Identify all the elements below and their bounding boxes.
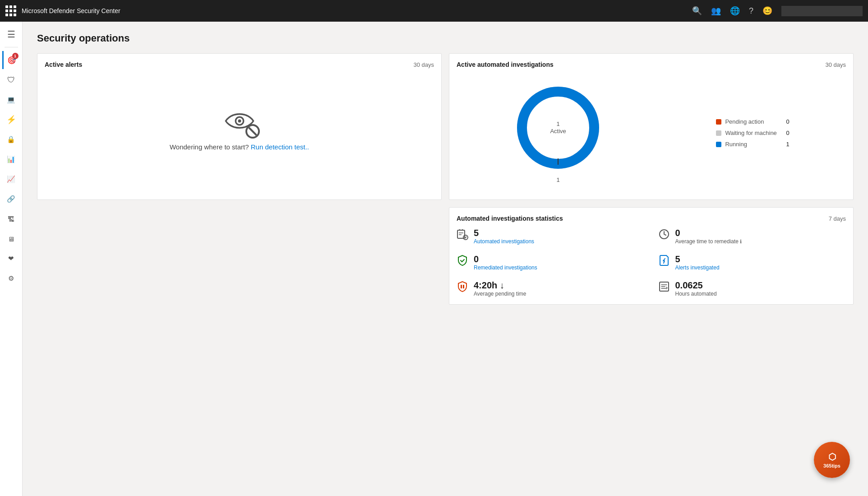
profile-icon[interactable]: 😊: [762, 6, 772, 16]
sidebar-item-evaluation[interactable]: 🏗: [2, 210, 20, 228]
donut-center-label: Active: [550, 128, 566, 135]
app-title: Microsoft Defender Security Center: [22, 7, 687, 14]
legend-pending-label: Pending action: [725, 118, 776, 125]
stat-remediated-value: 0: [474, 254, 537, 264]
sidebar-item-incidents[interactable]: ⚡: [2, 111, 20, 129]
no-alerts-icon: [224, 110, 255, 134]
stats-timeframe: 7 days: [829, 215, 846, 222]
active-investigations-header: Active automated investigations 30 days: [457, 61, 846, 68]
doc-list-icon: [658, 281, 670, 295]
investigations-stats-card: Automated investigations statistics 7 da…: [449, 207, 854, 305]
stat-automated: 5 Automated investigations: [457, 227, 645, 245]
sidebar-item-shield[interactable]: 🛡: [2, 71, 20, 89]
stat-hours-automated-value: 0.0625: [675, 280, 717, 291]
active-alerts-title: Active alerts: [45, 61, 82, 68]
sidebar-item-health[interactable]: ❤: [2, 250, 20, 268]
legend-item-waiting: Waiting for machine 0: [716, 130, 789, 136]
active-alerts-timeframe: 30 days: [413, 61, 434, 68]
stat-alerts-investigated-info: 5 Alerts investigated: [675, 254, 720, 271]
sidebar-item-menu[interactable]: ☰: [2, 25, 20, 43]
automated-icon: [457, 228, 468, 243]
sidebar-divider-1: [5, 47, 18, 47]
tips-bubble[interactable]: ⬡ 365tips: [814, 442, 850, 478]
community-icon[interactable]: 👥: [711, 6, 721, 16]
sidebar-item-reports[interactable]: 📊: [2, 150, 20, 168]
sidebar-item-vulnerability[interactable]: 🔒: [2, 130, 20, 148]
stat-hours-automated: 0.0625 Hours automated: [658, 280, 846, 297]
stat-hours-automated-label: Hours automated: [675, 291, 717, 297]
content-area: Security operations Active alerts 30 day…: [23, 22, 868, 496]
stat-avg-pending-info: 4:20h ↓ Average pending time: [474, 280, 526, 297]
stat-remediated-label[interactable]: Remediated investigations: [474, 264, 537, 271]
donut-center-value: 1 Active: [550, 121, 566, 134]
cards-grid: Active alerts 30 days: [37, 53, 854, 305]
clock-icon: [658, 228, 670, 243]
globe-icon[interactable]: 🌐: [730, 6, 740, 16]
topbar: Microsoft Defender Security Center 🔍 👥 🌐…: [0, 0, 868, 22]
bolt-doc-icon: [658, 255, 670, 269]
tips-label: 365tips: [823, 463, 840, 468]
donut-chart: 1 Active: [513, 83, 603, 173]
stat-automated-info: 5 Automated investigations: [474, 227, 534, 245]
stats-title: Automated investigations statistics: [457, 215, 563, 222]
search-icon[interactable]: 🔍: [692, 6, 702, 16]
legend-pending-value: 0: [780, 118, 790, 125]
stat-automated-label[interactable]: Automated investigations: [474, 238, 534, 245]
active-investigations-card: Active automated investigations 30 days: [449, 53, 854, 200]
page-title: Security operations: [37, 32, 854, 44]
stats-grid: 5 Automated investigations: [457, 227, 846, 297]
sidebar: ☰ 🎯 1 🛡 💻 ⚡ 🔒 📊 📈 🔗 🏗 🖥 ❤ ⚙: [0, 22, 23, 496]
stat-avg-remediate-label: Average time to remediate ℹ: [675, 238, 742, 245]
active-alerts-header: Active alerts 30 days: [45, 61, 434, 68]
sidebar-item-dashboard[interactable]: 🎯 1: [2, 51, 20, 69]
pause-shield-icon: [457, 281, 468, 295]
stat-alerts-investigated-label[interactable]: Alerts investigated: [675, 264, 720, 271]
sidebar-item-partners[interactable]: 🔗: [2, 190, 20, 208]
legend-running-value: 1: [780, 141, 790, 148]
stat-avg-remediate: 0 Average time to remediate ℹ: [658, 227, 846, 245]
svg-point-1: [238, 120, 241, 123]
legend-running-label: Running: [725, 141, 776, 148]
run-detection-link[interactable]: Run detection test..: [251, 143, 309, 151]
active-investigations-title: Active automated investigations: [457, 61, 554, 68]
investigations-donut-area: 1 Active 1 Pending action 0: [457, 74, 846, 192]
legend-waiting-label: Waiting for machine: [725, 130, 776, 136]
sidebar-item-management[interactable]: 🖥: [2, 230, 20, 248]
donut-bottom-label: 1: [557, 176, 560, 183]
pending-dot: [716, 119, 721, 125]
stat-avg-remediate-value: 0: [675, 227, 742, 238]
stat-alerts-investigated: 5 Alerts investigated: [658, 254, 846, 271]
legend-item-running: Running 1: [716, 141, 789, 148]
office-icon: ⬡: [828, 451, 836, 462]
active-alerts-empty-state: Wondering where to start? Run detection …: [45, 74, 434, 187]
stat-hours-automated-info: 0.0625 Hours automated: [675, 280, 717, 297]
topbar-search-input[interactable]: [781, 6, 863, 16]
sidebar-item-devices[interactable]: 💻: [2, 91, 20, 109]
stat-avg-pending-value: 4:20h ↓: [474, 280, 526, 291]
stat-avg-pending: 4:20h ↓ Average pending time: [457, 280, 645, 297]
help-icon[interactable]: ?: [749, 6, 753, 16]
stats-header: Automated investigations statistics 7 da…: [457, 215, 846, 222]
chart-legend: Pending action 0 Waiting for machine 0 R…: [716, 118, 789, 148]
sidebar-item-settings[interactable]: ⚙: [2, 269, 20, 287]
shield-check-icon: [457, 255, 468, 269]
empty-state-text: Wondering where to start? Run detection …: [170, 143, 309, 151]
running-dot: [716, 142, 721, 147]
legend-waiting-value: 0: [780, 130, 790, 136]
svg-rect-9: [463, 285, 464, 288]
topbar-actions: 🔍 👥 🌐 ? 😊: [692, 6, 863, 16]
stat-avg-pending-label: Average pending time: [474, 291, 526, 297]
active-alerts-card: Active alerts 30 days: [37, 53, 442, 200]
main-layout: ☰ 🎯 1 🛡 💻 ⚡ 🔒 📊 📈 🔗 🏗 🖥 ❤ ⚙ Security ope…: [0, 22, 868, 496]
active-investigations-timeframe: 30 days: [825, 61, 846, 68]
svg-rect-8: [461, 285, 462, 288]
stat-avg-remediate-info: 0 Average time to remediate ℹ: [675, 227, 742, 245]
stat-remediated: 0 Remediated investigations: [457, 254, 645, 271]
waiting-dot: [716, 130, 721, 136]
stat-alerts-investigated-value: 5: [675, 254, 720, 264]
stat-automated-value: 5: [474, 227, 534, 238]
stat-remediated-info: 0 Remediated investigations: [474, 254, 537, 271]
app-grid-icon[interactable]: [5, 5, 16, 16]
sidebar-item-analytics[interactable]: 📈: [2, 170, 20, 188]
legend-item-pending: Pending action 0: [716, 118, 789, 125]
